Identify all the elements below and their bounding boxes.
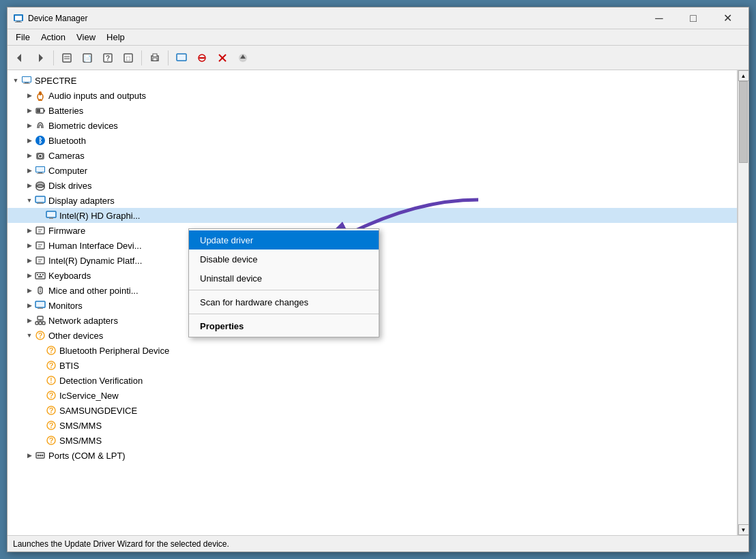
tree-item-detection[interactable]: ! Detection Verification bbox=[8, 373, 737, 388]
batteries-expand-icon[interactable]: ▶ bbox=[24, 105, 35, 116]
svg-text:?: ? bbox=[106, 55, 110, 62]
svg-text:?: ? bbox=[49, 391, 54, 399]
tree-item-disk[interactable]: ▶ Disk drives bbox=[8, 178, 737, 193]
root-label: SPECTRE bbox=[35, 76, 76, 86]
tree-item-btis[interactable]: ? BTIS bbox=[8, 358, 737, 373]
audio-expand-icon[interactable]: ▶ bbox=[24, 90, 35, 101]
svg-rect-31 bbox=[39, 91, 42, 95]
tree-item-icservice[interactable]: ? IcService_New bbox=[8, 388, 737, 403]
ctx-properties[interactable]: Properties bbox=[189, 316, 379, 335]
tree-item-samsung[interactable]: ? SAMSUNGDEVICE bbox=[8, 403, 737, 418]
svg-marker-5 bbox=[39, 54, 43, 62]
mice-icon bbox=[35, 285, 46, 296]
scroll-up-button[interactable]: ▲ bbox=[738, 70, 749, 81]
disable-button[interactable] bbox=[192, 48, 212, 67]
disk-expand-icon[interactable]: ▶ bbox=[24, 180, 35, 191]
menu-help[interactable]: Help bbox=[101, 31, 130, 44]
ctx-disable-device[interactable]: Disable device bbox=[189, 250, 379, 269]
ports-label: Ports (COM & LPT) bbox=[48, 451, 126, 461]
tree-item-biometric[interactable]: ▶ Biometric devices bbox=[8, 118, 737, 133]
add-button[interactable] bbox=[233, 48, 252, 67]
help-button[interactable]: ? bbox=[98, 48, 117, 67]
status-text: Launches the Update Driver Wizard for th… bbox=[13, 539, 229, 549]
driver-rollback-button[interactable]: □ bbox=[119, 48, 138, 67]
svg-point-104 bbox=[38, 455, 40, 457]
tree-root[interactable]: ▼ SPECTRE bbox=[8, 73, 737, 88]
bluetooth-expand-icon[interactable]: ▶ bbox=[24, 135, 35, 146]
monitors-expand-icon[interactable]: ▶ bbox=[24, 300, 35, 311]
update-driver-toolbar-button[interactable]: 📄 bbox=[78, 48, 97, 67]
scrollbar[interactable]: ▲ ▼ bbox=[738, 70, 748, 535]
hid-label: Human Interface Devi... bbox=[48, 241, 142, 251]
scrollbar-track[interactable] bbox=[738, 81, 748, 524]
tree-item-computer[interactable]: ▶ Computer bbox=[8, 163, 737, 178]
biometric-expand-icon[interactable]: ▶ bbox=[24, 120, 35, 131]
menu-action[interactable]: Action bbox=[35, 31, 71, 44]
minimize-button[interactable]: ─ bbox=[643, 7, 675, 29]
svg-text:📄: 📄 bbox=[84, 55, 92, 63]
mice-expand-icon[interactable]: ▶ bbox=[24, 285, 35, 296]
svg-point-106 bbox=[42, 455, 44, 457]
monitors-label: Monitors bbox=[48, 301, 83, 311]
firmware-expand-icon[interactable]: ▶ bbox=[24, 225, 35, 236]
keyboards-expand-icon[interactable]: ▶ bbox=[24, 270, 35, 281]
back-button[interactable] bbox=[10, 48, 29, 67]
forward-button[interactable] bbox=[31, 48, 50, 67]
svg-text:!: ! bbox=[50, 377, 52, 384]
firmware-label: Firmware bbox=[48, 226, 85, 236]
print-button[interactable] bbox=[145, 48, 164, 67]
computer-icon bbox=[21, 75, 32, 86]
network-expand-icon[interactable]: ▶ bbox=[24, 315, 35, 326]
intel-dyn-expand-icon[interactable]: ▶ bbox=[24, 255, 35, 266]
tree-item-display[interactable]: ▼ Display adapters bbox=[8, 193, 737, 208]
ctx-scan-changes[interactable]: Scan for hardware changes bbox=[189, 292, 379, 312]
scroll-down-button[interactable]: ▼ bbox=[738, 524, 749, 535]
tree-item-intel-hd[interactable]: Intel(R) HD Graphi... bbox=[8, 208, 737, 223]
sms2-icon: ? bbox=[46, 435, 57, 446]
scan-changes-button[interactable] bbox=[172, 48, 191, 67]
svg-text:ᛒ: ᛒ bbox=[38, 136, 43, 145]
disk-icon bbox=[35, 180, 46, 191]
device-tree[interactable]: ▼ SPECTRE ▶ bbox=[8, 70, 738, 535]
ctx-uninstall-device[interactable]: Uninstall device bbox=[189, 269, 379, 288]
root-expand-icon[interactable]: ▼ bbox=[10, 75, 21, 86]
svg-point-40 bbox=[39, 155, 42, 157]
remove-button[interactable] bbox=[213, 48, 232, 67]
audio-icon bbox=[35, 90, 46, 101]
svg-rect-16 bbox=[153, 54, 157, 57]
detection-icon: ! bbox=[46, 375, 57, 386]
tree-item-ports[interactable]: ▶ Ports (COM & LPT) bbox=[8, 448, 737, 463]
properties-button[interactable] bbox=[57, 48, 76, 67]
menu-view[interactable]: View bbox=[71, 31, 101, 44]
svg-rect-58 bbox=[36, 227, 44, 234]
tree-item-sms2[interactable]: ? SMS/MMS bbox=[8, 433, 737, 448]
ctx-update-driver[interactable]: Update driver bbox=[189, 230, 379, 250]
tree-item-bluetooth[interactable]: ▶ ᛒ Bluetooth bbox=[8, 133, 737, 148]
tree-item-audio[interactable]: ▶ Audio inputs and outputs bbox=[8, 88, 737, 103]
tree-item-batteries[interactable]: ▶ Batteries bbox=[8, 103, 737, 118]
other-label: Other devices bbox=[48, 331, 103, 341]
menu-file[interactable]: File bbox=[10, 31, 35, 44]
status-bar: Launches the Update Driver Wizard for th… bbox=[8, 535, 748, 552]
scrollbar-thumb[interactable] bbox=[739, 81, 748, 163]
toolbar: 📄 ? □ bbox=[8, 46, 748, 70]
svg-rect-81 bbox=[39, 322, 42, 324]
ports-expand-icon[interactable]: ▶ bbox=[24, 450, 35, 461]
keyboards-icon bbox=[35, 270, 46, 281]
tree-item-bt-periph[interactable]: ? Bluetooth Peripheral Device bbox=[8, 343, 737, 358]
cameras-expand-icon[interactable]: ▶ bbox=[24, 150, 35, 161]
biometric-icon bbox=[35, 120, 46, 131]
sms2-label: SMS/MMS bbox=[59, 436, 102, 446]
intel-dyn-label: Intel(R) Dynamic Platf... bbox=[48, 256, 142, 266]
display-expand-icon[interactable]: ▼ bbox=[24, 195, 35, 206]
maximize-button[interactable]: □ bbox=[678, 7, 709, 29]
svg-rect-57 bbox=[49, 217, 53, 219]
computer-expand-icon[interactable]: ▶ bbox=[24, 165, 35, 176]
svg-rect-54 bbox=[37, 203, 44, 204]
tree-item-sms1[interactable]: ? SMS/MMS bbox=[8, 418, 737, 433]
other-expand-icon[interactable]: ▼ bbox=[24, 330, 35, 341]
svg-rect-67 bbox=[35, 273, 45, 279]
tree-item-cameras[interactable]: ▶ Cameras bbox=[8, 148, 737, 163]
hid-expand-icon[interactable]: ▶ bbox=[24, 240, 35, 251]
close-button[interactable]: ✕ bbox=[712, 7, 743, 29]
